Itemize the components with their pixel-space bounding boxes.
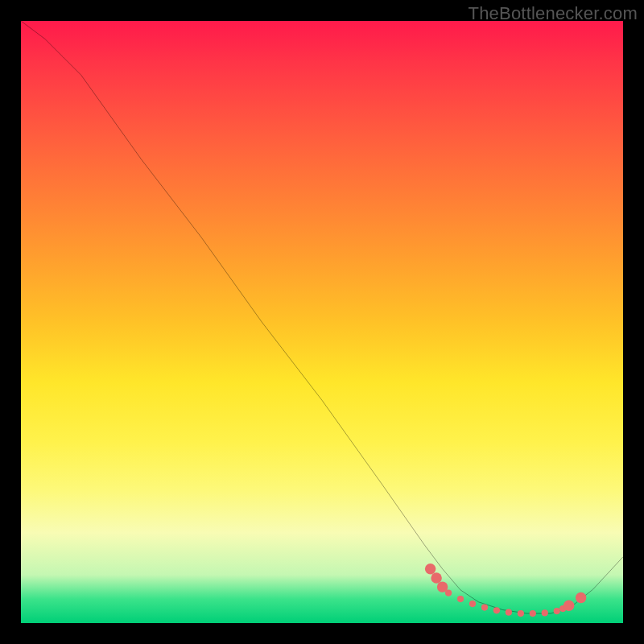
marker-dot <box>542 609 548 616</box>
marker-dot <box>431 572 441 583</box>
plot-area <box>21 21 623 623</box>
marker-group <box>425 564 586 617</box>
bottleneck-curve <box>21 21 623 613</box>
marker-dot <box>554 608 560 614</box>
marker-dot <box>506 609 512 615</box>
marker-dot <box>457 596 464 602</box>
marker-dot <box>425 564 436 574</box>
marker-dot <box>493 607 500 613</box>
marker-dot <box>564 601 574 611</box>
curve-layer <box>21 21 623 623</box>
marker-dot <box>576 592 586 603</box>
marker-dot <box>530 610 536 617</box>
marker-dot <box>469 601 476 607</box>
marker-dot <box>481 604 488 610</box>
marker-dot <box>518 610 524 617</box>
chart-stage: TheBottlenecker.com <box>0 0 644 644</box>
marker-dot <box>445 589 452 596</box>
